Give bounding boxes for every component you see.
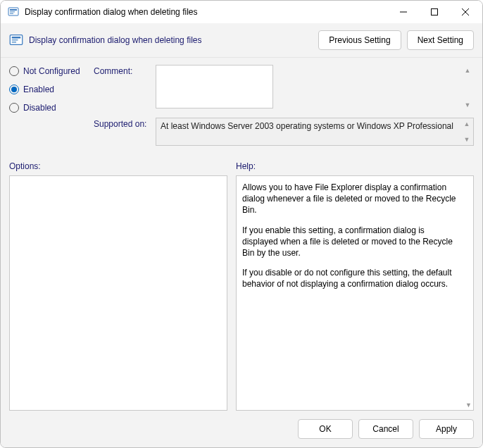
radio-disabled[interactable]: Disabled bbox=[9, 103, 94, 113]
policy-title: Display confirmation dialog when deletin… bbox=[29, 35, 313, 45]
help-paragraph: If you enable this setting, a confirmati… bbox=[242, 225, 460, 259]
comment-label: Comment: bbox=[94, 65, 150, 76]
options-label: Options: bbox=[9, 154, 227, 175]
radio-label: Disabled bbox=[23, 103, 56, 113]
options-box bbox=[9, 175, 227, 411]
policy-icon bbox=[9, 33, 23, 47]
help-text: Allows you to have File Explorer display… bbox=[242, 182, 460, 290]
radio-label: Enabled bbox=[23, 85, 54, 94]
ok-button[interactable]: OK bbox=[298, 419, 353, 439]
close-button[interactable] bbox=[450, 1, 481, 23]
lower-panes: Options: Help: Allows you to have File E… bbox=[1, 154, 482, 411]
svg-rect-2 bbox=[10, 11, 15, 13]
fields-column: Comment: ▲ ▼ Supported on: At least Wind… bbox=[94, 65, 474, 146]
settings-upper: Not Configured Enabled Disabled Comment:… bbox=[1, 58, 482, 154]
minimize-button[interactable] bbox=[388, 1, 419, 23]
window-controls bbox=[388, 1, 481, 23]
app-icon bbox=[8, 6, 19, 18]
radio-label: Not Configured bbox=[23, 66, 80, 76]
window-title: Display confirmation dialog when deletin… bbox=[25, 7, 388, 17]
supported-row: Supported on: At least Windows Server 20… bbox=[94, 118, 474, 146]
svg-rect-11 bbox=[12, 42, 16, 43]
apply-button[interactable]: Apply bbox=[419, 419, 474, 439]
help-box: Allows you to have File Explorer display… bbox=[236, 175, 474, 411]
supported-label: Supported on: bbox=[94, 118, 150, 129]
footer: OK Cancel Apply bbox=[1, 411, 482, 447]
header-band: Display confirmation dialog when deletin… bbox=[1, 23, 482, 58]
maximize-button[interactable] bbox=[419, 1, 450, 23]
cancel-button[interactable]: Cancel bbox=[358, 419, 413, 439]
scroll-up-icon: ▲ bbox=[462, 120, 472, 127]
svg-rect-10 bbox=[12, 39, 18, 41]
comment-input[interactable] bbox=[156, 65, 273, 108]
scroll-up-icon: ▲ bbox=[463, 67, 472, 74]
titlebar: Display confirmation dialog when deletin… bbox=[1, 1, 482, 23]
options-pane-column: Options: bbox=[9, 154, 227, 411]
radio-not-configured[interactable]: Not Configured bbox=[9, 66, 94, 76]
scroll-down-icon: ▼ bbox=[463, 101, 472, 108]
svg-rect-5 bbox=[432, 9, 438, 15]
help-paragraph: Allows you to have File Explorer display… bbox=[242, 182, 460, 216]
state-radio-group: Not Configured Enabled Disabled bbox=[9, 65, 94, 146]
supported-on-text: At least Windows Server 2003 operating s… bbox=[161, 121, 453, 131]
supported-on-box: At least Windows Server 2003 operating s… bbox=[156, 118, 474, 146]
help-label: Help: bbox=[236, 154, 474, 175]
help-pane-column: Help: Allows you to have File Explorer d… bbox=[236, 154, 474, 411]
radio-enabled[interactable]: Enabled bbox=[9, 85, 94, 94]
svg-rect-3 bbox=[10, 13, 13, 15]
comment-row: Comment: ▲ ▼ bbox=[94, 65, 474, 111]
scroll-down-icon: ▼ bbox=[462, 136, 472, 143]
svg-rect-9 bbox=[12, 37, 21, 39]
next-setting-button[interactable]: Next Setting bbox=[407, 30, 474, 50]
help-paragraph: If you disable or do not configure this … bbox=[242, 267, 460, 290]
svg-rect-1 bbox=[10, 9, 17, 11]
scroll-down-icon: ▼ bbox=[465, 402, 472, 409]
previous-setting-button[interactable]: Previous Setting bbox=[318, 30, 401, 50]
